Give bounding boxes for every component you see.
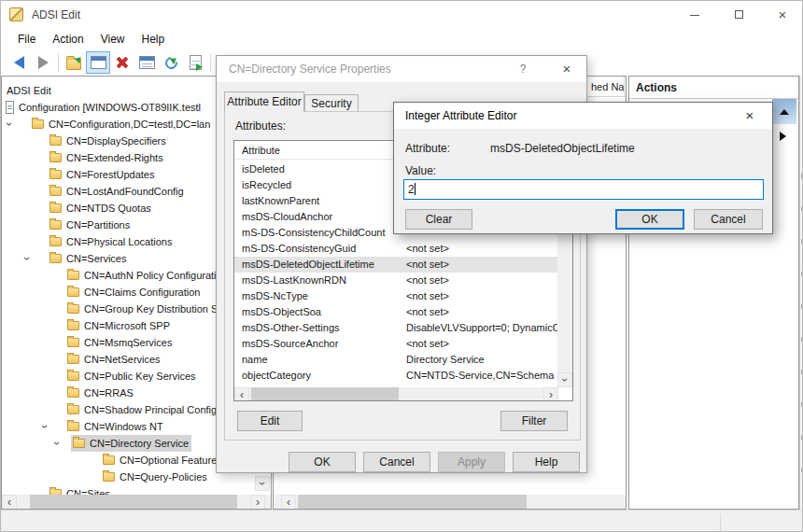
scroll-left-button[interactable]: ‹ <box>281 495 296 510</box>
title-bar: ADSI Edit × <box>1 1 803 29</box>
menu-view[interactable]: View <box>92 31 134 48</box>
attribute-row[interactable]: msDS-ObjectSoa<not set> <box>234 304 557 320</box>
attribute-value: <not set> <box>406 288 557 304</box>
attribute-row[interactable]: mS-DS-ConsistencyGuid<not set> <box>234 241 557 257</box>
toolbar-separator <box>210 53 211 72</box>
apply-button: Apply <box>438 452 505 472</box>
scrollbar-thumb[interactable] <box>251 387 399 401</box>
up-one-level-icon[interactable] <box>62 51 86 74</box>
attribute-row[interactable]: msDS-SourceAnchor<not set> <box>234 336 557 352</box>
text-caret <box>415 183 416 195</box>
folder-icon <box>67 405 79 414</box>
attribute-list-horizontal-scrollbar[interactable]: ‹ › <box>234 387 558 401</box>
maximize-button[interactable] <box>723 4 754 26</box>
forward-icon[interactable] <box>31 51 55 74</box>
attribute-label: Attribute: <box>405 142 450 155</box>
dialog-close-button[interactable]: × <box>548 56 585 82</box>
edit-button[interactable]: Edit <box>237 411 303 431</box>
tree-scroll-down-button[interactable]: › <box>255 476 270 491</box>
folder-icon <box>49 136 62 146</box>
attribute-name: msDS-ObjectSoa <box>242 304 321 320</box>
attribute-row[interactable]: msDS-NcType<not set> <box>234 288 557 304</box>
attribute-name: name <box>242 352 268 368</box>
tab-attribute-editor[interactable]: Attribute Editor <box>224 91 304 112</box>
minimize-button[interactable] <box>679 4 711 26</box>
attribute-row[interactable]: nameDirectory Service <box>234 352 557 368</box>
attribute-row[interactable]: msDS-DeletedObjectLifetime<not set> <box>234 257 557 273</box>
menu-file[interactable]: File <box>9 31 44 48</box>
attribute-name: msDS-Other-Settings <box>242 320 340 336</box>
dialog-help-button[interactable]: ? <box>506 56 540 82</box>
refresh-icon[interactable] <box>159 51 183 74</box>
scrollbar-thumb[interactable] <box>30 495 237 510</box>
actions-panel-title: Actions <box>629 77 798 99</box>
tree-item-label: CN=Public Key Services <box>84 368 196 385</box>
cancel-button[interactable]: Cancel <box>363 452 430 472</box>
folder-icon <box>49 187 62 196</box>
chevron-down-icon[interactable]: › <box>49 441 65 445</box>
chevron-down-icon[interactable]: › <box>19 257 35 260</box>
actions-collapse-band[interactable] <box>772 99 796 124</box>
close-button[interactable]: × <box>767 4 798 26</box>
delete-icon[interactable] <box>110 51 134 74</box>
export-list-icon[interactable] <box>183 51 207 74</box>
value-text: 2 <box>408 183 415 196</box>
clear-button[interactable]: Clear <box>405 209 472 230</box>
menu-action[interactable]: Action <box>44 31 92 48</box>
show-console-tree-icon[interactable] <box>86 51 110 74</box>
tree-item-label: CN=Claims Configuration <box>84 284 200 301</box>
scroll-left-button[interactable]: ‹ <box>2 495 17 510</box>
tree-item-label: CN=Optional Features <box>120 452 222 469</box>
attribute-name: lastKnownParent <box>242 193 319 209</box>
list-horizontal-scrollbar[interactable]: ‹ <box>274 495 626 510</box>
ok-button[interactable]: OK <box>615 209 684 230</box>
attribute-column-header[interactable]: Attribute <box>242 141 280 160</box>
attribute-row[interactable]: msDS-LastKnownRDN<not set> <box>234 273 557 288</box>
folder-icon <box>67 321 79 330</box>
folder-icon <box>49 170 62 179</box>
back-icon[interactable] <box>7 51 31 74</box>
scroll-left-button[interactable]: ‹ <box>234 387 249 401</box>
tree-item-label: CN=LostAndFoundConfig <box>66 183 184 200</box>
tree-item-label: CN=AuthN Policy Configuration <box>84 267 228 284</box>
folder-icon <box>67 371 79 381</box>
tree-item-label: CN=RRAS <box>84 385 134 401</box>
value-label: Value: <box>405 164 436 177</box>
scroll-right-button[interactable]: › <box>250 495 265 510</box>
tree-horizontal-scrollbar[interactable]: ‹ › <box>2 495 271 510</box>
scroll-down-button[interactable]: › <box>557 372 572 387</box>
tab-security[interactable]: Security <box>304 94 359 112</box>
chevron-down-icon[interactable]: › <box>1 122 18 126</box>
dialog-title-bar: Integer Attribute Editor × <box>394 103 772 129</box>
folder-icon <box>67 338 79 347</box>
attribute-name: msDS-LastKnownRDN <box>242 273 346 288</box>
dialog-close-button[interactable]: × <box>731 103 768 129</box>
more-actions-arrow-icon[interactable] <box>780 132 786 141</box>
scroll-right-button[interactable]: › <box>543 387 558 401</box>
collapse-arrow-icon <box>780 109 789 115</box>
folder-icon <box>67 355 79 364</box>
tree-item-label: CN=Configuration,DC=testl,DC=lan <box>49 116 210 133</box>
value-input[interactable]: 2 <box>403 179 764 200</box>
attribute-value: <not set> <box>406 241 557 257</box>
help-button[interactable]: Help <box>513 452 580 472</box>
attribute-row[interactable]: objectCategoryCN=NTDS-Service,CN=Schema <box>234 368 557 384</box>
chevron-down-icon[interactable]: › <box>36 425 53 428</box>
properties-icon[interactable] <box>134 51 159 74</box>
ok-button[interactable]: OK <box>289 452 356 472</box>
attribute-name: isDeleted <box>242 161 285 177</box>
filter-button[interactable]: Filter <box>500 411 568 431</box>
attribute-row[interactable]: msDS-Other-SettingsDisableVLVSupport=0; … <box>234 320 557 336</box>
tree-item-label: CN=DisplaySpecifiers <box>66 133 166 149</box>
tree-item-label: CN=Microsoft SPP <box>84 317 170 334</box>
menu-help[interactable]: Help <box>134 31 174 48</box>
folder-icon <box>49 254 62 263</box>
cancel-button[interactable]: Cancel <box>694 209 763 230</box>
folder-icon <box>49 237 62 246</box>
attribute-value: DisableVLVSupport=0; DynamicObje <box>406 320 557 336</box>
scrollbar-thumb[interactable] <box>298 495 527 510</box>
folder-icon <box>67 271 79 280</box>
attribute-value: Directory Service <box>406 352 557 368</box>
attribute-name: msDS-CloudAnchor <box>242 209 332 225</box>
tree-item-label: CN=Physical Locations <box>66 233 172 250</box>
